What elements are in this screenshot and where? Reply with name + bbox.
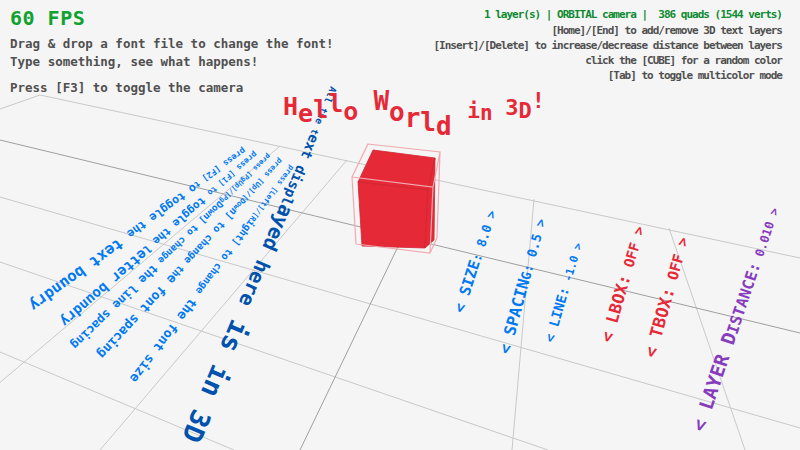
wave-letter: l: [313, 97, 328, 122]
wave-letter: o: [389, 99, 405, 125]
wave-letter: D: [519, 100, 532, 122]
wave-letter: [493, 102, 506, 123]
wave-letter: 3: [505, 97, 518, 119]
wave-letter: e: [298, 101, 313, 126]
wave-letter: [358, 96, 373, 121]
cube[interactable]: [358, 150, 435, 248]
wave-letter: o: [343, 99, 358, 124]
wave-letter: n: [480, 103, 493, 124]
wave-letter: H: [283, 94, 298, 119]
app-window: All the text displayed here is in 3Dpres…: [0, 0, 800, 450]
wave-letter: l: [328, 91, 343, 116]
wave-letter: r: [405, 105, 421, 131]
wave-letter: W: [373, 88, 389, 114]
wave-letter: i: [467, 101, 480, 122]
wave-letter: [452, 108, 468, 134]
cube-front-face: [358, 182, 428, 248]
wave-letter: !: [532, 90, 545, 112]
wave-letter: d: [436, 113, 452, 139]
wave-letter: l: [420, 109, 436, 135]
wave-3d-text: Hello World in 3D!: [283, 88, 545, 114]
